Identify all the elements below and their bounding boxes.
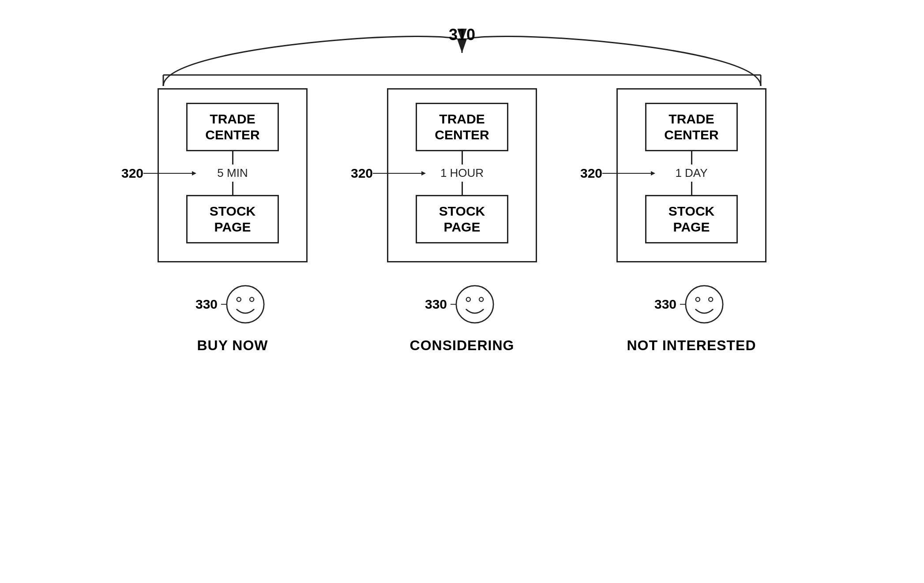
label-320-1: 320	[121, 166, 143, 181]
svg-point-14	[456, 286, 493, 323]
column-buy-now: TRADE CENTER 5 MIN 320	[153, 88, 312, 354]
smiley-row-1: 330	[195, 280, 270, 329]
svg-point-21	[696, 297, 700, 301]
trade-center-box-3: TRADE CENTER	[645, 103, 738, 151]
smiley-container-2: 330 CONSIDERING	[410, 280, 515, 354]
smiley-label-330-3: 330	[654, 297, 676, 312]
annotation-320-2: 320	[351, 166, 426, 181]
smiley-container-1: 330 BUY NOW	[195, 280, 270, 354]
trade-center-box-1: TRADE CENTER	[186, 103, 279, 151]
outer-frame-1: TRADE CENTER 5 MIN 320	[158, 88, 308, 262]
annotation-320-3: 320	[580, 166, 655, 181]
smiley-row-2: 330	[425, 280, 499, 329]
stock-page-label-1: STOCK PAGE	[210, 204, 255, 234]
diagram-container: 310 TRADE CENTER 5 MIN 320	[0, 0, 924, 583]
smiley-container-3: 330 NOT INTERESTED	[627, 280, 756, 354]
svg-marker-12	[421, 171, 426, 176]
svg-point-10	[250, 297, 254, 301]
stock-page-box-2: STOCK PAGE	[416, 195, 508, 243]
svg-marker-18	[651, 171, 655, 176]
smiley-face-3	[680, 280, 729, 329]
time-label-1: 5 MIN	[217, 164, 248, 182]
outer-frame-2: TRADE CENTER 1 HOUR 320 STOCK PA	[387, 88, 537, 262]
top-arc-svg	[0, 0, 924, 97]
stock-page-box-1: STOCK PAGE	[186, 195, 279, 243]
smiley-label-330-2: 330	[425, 297, 447, 312]
stock-page-label-2: STOCK PAGE	[439, 204, 485, 234]
trade-center-label-1: TRADE CENTER	[205, 112, 259, 142]
trade-center-box-2: TRADE CENTER	[416, 103, 508, 151]
caption-3: NOT INTERESTED	[627, 337, 756, 354]
caption-2: CONSIDERING	[410, 337, 515, 354]
arrow-320-2	[373, 167, 426, 180]
smiley-row-3: 330	[654, 280, 729, 329]
arrow-320-3	[602, 167, 655, 180]
svg-point-22	[709, 297, 713, 301]
smiley-label-330-1: 330	[195, 297, 218, 312]
svg-point-9	[237, 297, 241, 301]
stock-page-label-3: STOCK PAGE	[669, 204, 714, 234]
svg-marker-6	[192, 171, 196, 176]
trade-center-label-2: TRADE CENTER	[435, 112, 489, 142]
trade-center-label-3: TRADE CENTER	[664, 112, 718, 142]
smiley-face-2	[451, 280, 499, 329]
caption-1: BUY NOW	[197, 337, 268, 354]
svg-point-15	[466, 297, 470, 301]
columns-container: TRADE CENTER 5 MIN 320	[0, 88, 924, 354]
label-320-2: 320	[351, 166, 373, 181]
stock-page-box-3: STOCK PAGE	[645, 195, 738, 243]
time-label-2: 1 HOUR	[440, 164, 484, 182]
time-label-3: 1 DAY	[675, 164, 707, 182]
svg-point-8	[227, 286, 264, 323]
column-not-interested: TRADE CENTER 1 DAY 320 STOCK PAG	[612, 88, 771, 354]
svg-point-20	[686, 286, 723, 323]
arrow-320-1	[143, 167, 196, 180]
smiley-face-1	[221, 280, 270, 329]
label-320-3: 320	[580, 166, 602, 181]
svg-point-16	[479, 297, 483, 301]
outer-frame-3: TRADE CENTER 1 DAY 320 STOCK PAG	[616, 88, 766, 262]
column-considering: TRADE CENTER 1 HOUR 320 STOCK PA	[383, 88, 541, 354]
annotation-320-1: 320	[121, 166, 196, 181]
diagram-label-310: 310	[449, 26, 475, 44]
